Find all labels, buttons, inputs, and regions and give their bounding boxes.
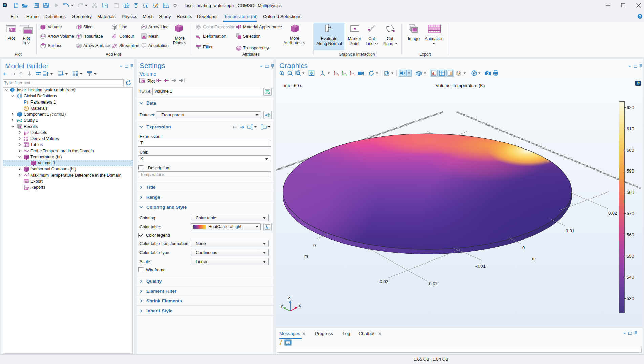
svg-text:e-12: e-12 bbox=[24, 139, 28, 141]
svg-text:123: 123 bbox=[26, 181, 29, 183]
svg-text:8.85: 8.85 bbox=[24, 136, 28, 139]
svg-text:P: P bbox=[24, 100, 27, 105]
svg-text:xy: xy bbox=[335, 72, 338, 75]
svg-text:T: T bbox=[143, 44, 145, 47]
svg-text:yz: yz bbox=[343, 72, 346, 75]
svg-text:?: ? bbox=[639, 14, 641, 18]
svg-text:xz: xz bbox=[351, 72, 354, 75]
